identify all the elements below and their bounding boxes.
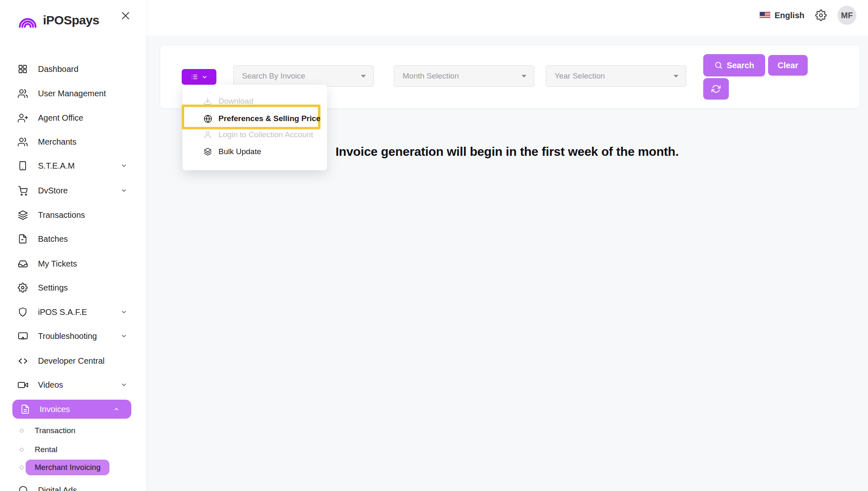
topbar-actions: English MF bbox=[759, 0, 856, 31]
clear-button[interactable]: Clear bbox=[768, 55, 808, 76]
us-flag-icon bbox=[759, 12, 771, 19]
sidebar-item-label: Videos bbox=[38, 380, 63, 390]
screen-share-icon bbox=[17, 331, 28, 341]
brand-name: iPOSpays bbox=[43, 13, 99, 27]
inbox-icon bbox=[17, 258, 28, 269]
year-selection-select[interactable]: Year Selection bbox=[546, 65, 686, 87]
sidebar-item-label: Merchants bbox=[38, 137, 76, 147]
sidebar-item-digital-ads[interactable]: Digital Ads bbox=[0, 480, 146, 491]
user-icon bbox=[203, 130, 212, 139]
caret-down-icon bbox=[361, 75, 366, 78]
search-by-invoice-select[interactable]: Search By Invoice bbox=[233, 65, 374, 87]
menu-item-label: Login to Collection Account bbox=[218, 130, 313, 139]
search-icon bbox=[714, 61, 723, 69]
user-plus-icon bbox=[17, 112, 28, 123]
refresh-button[interactable] bbox=[703, 78, 729, 100]
actions-dropdown-menu: Download Preferences & Selling Price Log… bbox=[183, 85, 327, 170]
caret-down-icon bbox=[522, 75, 526, 78]
sidebar-subitem-label: Rental bbox=[35, 445, 57, 454]
globe-icon bbox=[203, 114, 212, 123]
file-text-icon bbox=[20, 404, 31, 415]
chevron-down-icon bbox=[121, 162, 127, 169]
search-button[interactable]: Search bbox=[703, 54, 765, 76]
sidebar-subitem-transaction[interactable]: Transaction bbox=[0, 422, 146, 439]
sidebar-item-dvstore[interactable]: DvStore bbox=[0, 181, 146, 200]
menu-item-bulk-update[interactable]: Bulk Update bbox=[183, 143, 327, 160]
chevron-down-icon bbox=[202, 74, 208, 80]
search-button-label: Search bbox=[727, 61, 754, 70]
sidebar-subitem-label: Transaction bbox=[35, 426, 76, 435]
menu-item-login-collection-account: Login to Collection Account bbox=[183, 126, 327, 143]
chat-bubble-icon bbox=[17, 485, 28, 491]
menu-item-preferences-selling-price[interactable]: Preferences & Selling Price bbox=[183, 110, 327, 127]
video-camera-icon bbox=[17, 379, 28, 390]
shopping-cart-icon bbox=[17, 185, 28, 196]
sidebar-item-settings[interactable]: Settings bbox=[0, 278, 146, 298]
chevron-up-icon bbox=[113, 406, 120, 412]
chevron-down-icon bbox=[121, 333, 127, 339]
sidebar-item-videos[interactable]: Videos bbox=[0, 375, 146, 395]
gear-icon bbox=[17, 282, 28, 293]
sidebar-subitem-label: Merchant Invoicing bbox=[26, 460, 109, 475]
sidebar-item-steam[interactable]: S.T.E.A.M bbox=[0, 156, 146, 176]
shield-icon bbox=[17, 307, 28, 317]
sidebar-item-invoices[interactable]: Invoices bbox=[12, 400, 131, 419]
bullet-icon bbox=[20, 466, 24, 470]
sidebar-item-label: DvStore bbox=[38, 186, 68, 195]
sidebar-item-label: S.T.E.A.M bbox=[38, 161, 75, 171]
ipospays-logo-icon bbox=[17, 12, 38, 29]
list-icon bbox=[191, 73, 198, 81]
close-icon[interactable] bbox=[118, 8, 133, 23]
sidebar-item-batches[interactable]: Batches bbox=[0, 229, 146, 249]
menu-item-label: Preferences & Selling Price bbox=[218, 114, 320, 123]
actions-menu-button[interactable] bbox=[182, 69, 216, 85]
sidebar-item-dashboard[interactable]: Dashboard bbox=[0, 59, 146, 79]
download-icon bbox=[203, 97, 212, 106]
sidebar-item-my-tickets[interactable]: My Tickets bbox=[0, 254, 146, 274]
language-selector[interactable]: English bbox=[759, 11, 804, 20]
menu-item-label: Bulk Update bbox=[218, 147, 261, 156]
sidebar-item-merchants[interactable]: Merchants bbox=[0, 132, 146, 152]
chevron-down-icon bbox=[121, 187, 127, 194]
clear-button-label: Clear bbox=[778, 61, 798, 70]
code-icon bbox=[17, 355, 28, 366]
sidebar-item-label: User Management bbox=[38, 89, 106, 98]
sidebar-item-label: Agent Office bbox=[38, 113, 83, 123]
layers-icon bbox=[17, 210, 28, 220]
language-label: English bbox=[775, 11, 804, 20]
bullet-icon bbox=[20, 429, 24, 433]
sidebar-subitem-merchant-invoicing[interactable]: Merchant Invoicing bbox=[0, 459, 146, 476]
dashboard-icon bbox=[17, 64, 28, 74]
bullet-icon bbox=[20, 448, 24, 452]
select-placeholder: Month Selection bbox=[403, 72, 459, 81]
sidebar-subitem-rental[interactable]: Rental bbox=[0, 441, 146, 458]
sidebar-item-label: iPOS S.A.F.E bbox=[38, 307, 87, 317]
sidebar-item-agent-office[interactable]: Agent Office bbox=[0, 108, 146, 128]
caret-down-icon bbox=[674, 75, 678, 78]
sidebar-item-label: Batches bbox=[38, 234, 68, 244]
sidebar-item-label: Settings bbox=[38, 283, 68, 293]
app-window: iPOSpays Dashboard User Management Agent… bbox=[0, 0, 868, 491]
sidebar-item-troubleshooting[interactable]: Troubleshooting bbox=[0, 326, 146, 346]
sidebar-item-label: Troubleshooting bbox=[38, 331, 97, 341]
sidebar-item-transactions[interactable]: Transactions bbox=[0, 205, 146, 225]
layers-icon bbox=[203, 147, 212, 156]
menu-item-download: Download bbox=[183, 93, 327, 110]
sidebar-item-label: Dashboard bbox=[38, 64, 78, 74]
chevron-down-icon bbox=[121, 381, 127, 388]
settings-gear-icon[interactable] bbox=[815, 10, 827, 21]
sidebar-item-ipos-safe[interactable]: iPOS S.A.F.E bbox=[0, 302, 146, 322]
sidebar-item-developer-central[interactable]: Developer Central bbox=[0, 351, 146, 371]
sidebar-item-label: Transactions bbox=[38, 210, 85, 220]
sidebar-item-label: Digital Ads bbox=[38, 486, 77, 491]
avatar[interactable]: MF bbox=[837, 6, 856, 25]
tablet-icon bbox=[17, 160, 28, 171]
sidebar-item-label: Developer Central bbox=[38, 356, 104, 366]
file-minus-icon bbox=[17, 234, 28, 244]
select-placeholder: Year Selection bbox=[555, 72, 605, 81]
select-placeholder: Search By Invoice bbox=[242, 72, 305, 81]
month-selection-select[interactable]: Month Selection bbox=[394, 65, 534, 87]
sidebar-item-user-management[interactable]: User Management bbox=[0, 83, 146, 103]
chevron-down-icon bbox=[121, 309, 127, 315]
refresh-icon bbox=[711, 84, 721, 93]
